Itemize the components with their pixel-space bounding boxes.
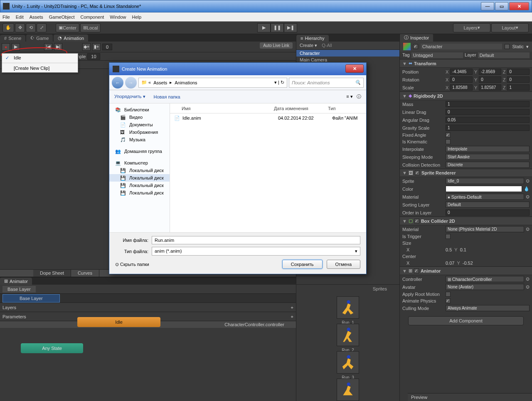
tag-dropdown[interactable]: Untagged bbox=[411, 52, 463, 58]
scale-z[interactable]: 1 bbox=[507, 84, 530, 91]
save-button[interactable]: Сохранить bbox=[282, 260, 323, 269]
pause-button[interactable]: ❚❚ bbox=[271, 23, 284, 32]
move-tool[interactable]: ✥ bbox=[15, 23, 25, 32]
hierarchy-character[interactable]: Character bbox=[296, 50, 399, 57]
tree-homegroup[interactable]: 👥Домашняя группа bbox=[109, 148, 170, 155]
auto-live-link[interactable]: Auto Live Link bbox=[260, 42, 293, 49]
frame-field[interactable]: 0 bbox=[102, 44, 112, 50]
tab-animation[interactable]: ◔ Animation bbox=[54, 34, 88, 42]
pos-z[interactable]: 0 bbox=[507, 69, 530, 75]
step-button[interactable]: ▶❚ bbox=[284, 23, 297, 32]
tab-scene[interactable]: # Scene bbox=[0, 35, 25, 42]
menu-file[interactable]: File bbox=[2, 15, 10, 20]
animator-layers-row[interactable]: Layers+ bbox=[0, 303, 296, 312]
tree-disk4[interactable]: 💾Локальный диск bbox=[109, 189, 170, 197]
sprite-run1[interactable]: Run_1 bbox=[337, 296, 359, 319]
istrigger-checkbox[interactable] bbox=[446, 234, 451, 239]
menu-gameobject[interactable]: GameObject bbox=[49, 15, 75, 20]
file-idle[interactable]: 📄 Idle.anim 04.02.2014 22:02 Файл "ANIM bbox=[170, 113, 366, 123]
sprite-run4[interactable] bbox=[337, 379, 359, 401]
node-idle[interactable]: Idle bbox=[77, 317, 160, 327]
rootmotion-checkbox[interactable] bbox=[446, 292, 451, 297]
sprite-field[interactable]: Idle_0 bbox=[446, 178, 524, 184]
sprite-run2[interactable]: Run_2 bbox=[337, 324, 359, 346]
breadcrumb[interactable]: 📁 « Assets ▸ Animations ▾ | ↻ bbox=[138, 78, 287, 88]
sortinglayer-dropdown[interactable]: Default bbox=[446, 202, 530, 208]
center-x[interactable]: 0.07 bbox=[446, 261, 454, 266]
dropdown-idle[interactable]: Idle bbox=[2, 54, 78, 62]
next-key-button[interactable]: ▶| bbox=[54, 43, 62, 51]
material-field[interactable]: ● Sprites-Default bbox=[446, 194, 524, 200]
menu-edit[interactable]: Edit bbox=[16, 15, 24, 20]
nav-back-button[interactable]: ← bbox=[112, 77, 123, 89]
color-field[interactable] bbox=[446, 186, 522, 192]
collider-material[interactable]: None (Physics Material 2D bbox=[446, 226, 524, 232]
layers-dropdown[interactable]: Layers ▾ bbox=[453, 23, 490, 32]
record-button[interactable]: ● bbox=[2, 43, 10, 51]
layout-dropdown[interactable]: Layout ▾ bbox=[491, 23, 529, 32]
static-checkbox[interactable] bbox=[505, 44, 510, 49]
sprite-run3[interactable]: Run_3 bbox=[337, 351, 359, 374]
collision-dropdown[interactable]: Discrete bbox=[446, 162, 530, 168]
pivot-center[interactable]: ▣ Center bbox=[56, 23, 79, 32]
cancel-button[interactable]: Отмена bbox=[327, 260, 360, 269]
menu-assets[interactable]: Assets bbox=[30, 15, 43, 20]
tree-disk1[interactable]: 💾Локальный диск bbox=[109, 167, 170, 174]
close-button[interactable]: ✕ bbox=[509, 2, 529, 10]
tree-video[interactable]: 🎬Видео bbox=[109, 113, 170, 121]
menu-component[interactable]: Component bbox=[80, 15, 104, 20]
center-y[interactable]: -0.52 bbox=[463, 261, 473, 266]
tree-music[interactable]: 🎵Музыка bbox=[109, 136, 170, 143]
interpolate-dropdown[interactable]: Interpolate bbox=[446, 146, 530, 152]
avatar-field[interactable]: None (Avatar) bbox=[446, 284, 524, 290]
animator-baselayer-row[interactable]: Base Layer bbox=[0, 294, 296, 303]
mass-field[interactable]: 1 bbox=[446, 101, 530, 107]
newfolder-button[interactable]: Новая папка bbox=[154, 94, 180, 99]
maximize-button[interactable]: ▭ bbox=[495, 2, 508, 10]
tree-disk3[interactable]: 💾Локальный диск bbox=[109, 182, 170, 189]
order-field[interactable]: 0 bbox=[446, 209, 530, 216]
dialog-close-button[interactable]: ✕ bbox=[345, 64, 364, 73]
kinematic-checkbox[interactable] bbox=[446, 139, 451, 144]
sample-field[interactable]: 10 bbox=[87, 53, 100, 60]
curves-button[interactable]: Curves bbox=[71, 270, 99, 277]
lineardrag-field[interactable]: 0 bbox=[446, 109, 530, 115]
cullmode-dropdown[interactable]: Always Animate bbox=[446, 305, 530, 311]
pos-x[interactable]: -4.3485 bbox=[450, 69, 473, 75]
pivot-local[interactable]: ⊞ Local bbox=[80, 23, 101, 32]
tab-hierarchy[interactable]: ≡ Hierarchy bbox=[296, 35, 329, 42]
organize-button[interactable]: Упорядочить ▾ bbox=[114, 94, 145, 99]
hand-tool[interactable]: ✋ bbox=[2, 23, 14, 32]
dialog-search[interactable]: Поиск: Animations🔍 bbox=[289, 78, 364, 88]
hierarchy-search[interactable]: Q-All bbox=[322, 43, 332, 48]
size-x[interactable]: 0.5 bbox=[446, 247, 452, 252]
menu-help[interactable]: Help bbox=[132, 15, 141, 20]
object-name[interactable]: Character bbox=[421, 44, 502, 49]
tab-inspector[interactable]: ⓘ Inspector bbox=[400, 34, 433, 42]
node-anystate[interactable]: Any State bbox=[21, 343, 83, 353]
menu-window[interactable]: Window bbox=[110, 15, 126, 20]
rot-z[interactable]: 0 bbox=[507, 76, 530, 83]
add-event-button[interactable]: ▮+ bbox=[92, 43, 101, 51]
filetype-dropdown[interactable]: anim (*.anim)▾ bbox=[152, 247, 360, 256]
tree-documents[interactable]: 📄Документы bbox=[109, 121, 170, 128]
active-checkbox[interactable] bbox=[413, 44, 418, 49]
scale-y[interactable]: 1.82587 bbox=[479, 84, 501, 91]
nav-forward-button[interactable]: → bbox=[125, 77, 137, 89]
play-button[interactable]: ▶ bbox=[257, 23, 271, 32]
pos-y[interactable]: -2.8569 bbox=[479, 69, 501, 75]
hide-folders[interactable]: ⊙ Скрыть папки bbox=[115, 262, 149, 267]
hierarchy-create[interactable]: Create bbox=[300, 43, 313, 48]
anim-play-button[interactable]: ▶ bbox=[12, 43, 20, 51]
angulardrag-field[interactable]: 0.05 bbox=[446, 117, 530, 123]
rot-x[interactable]: 0 bbox=[450, 76, 473, 83]
minimize-button[interactable]: — bbox=[481, 2, 494, 10]
prev-key-button[interactable]: |◀ bbox=[44, 43, 52, 51]
tree-images[interactable]: 🖼Изображения bbox=[109, 128, 170, 136]
gravity-field[interactable]: 1 bbox=[446, 125, 530, 131]
dropdown-create-new[interactable]: [Create New Clip] bbox=[2, 64, 78, 72]
add-component-button[interactable]: Add Component bbox=[408, 316, 524, 325]
animatephysics-checkbox[interactable] bbox=[446, 298, 451, 303]
sleep-dropdown[interactable]: Start Awake bbox=[446, 154, 530, 160]
dopesheet-button[interactable]: Dope Sheet bbox=[33, 270, 71, 277]
